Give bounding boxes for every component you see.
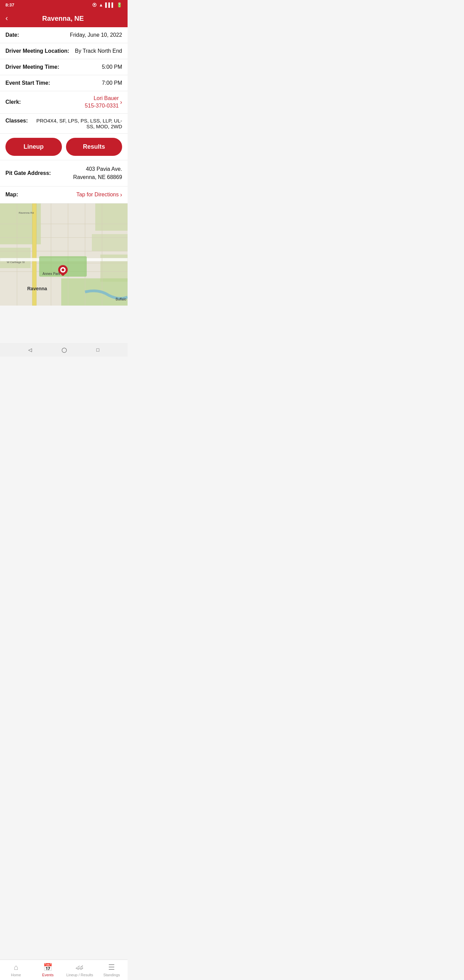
content-area: Date: Friday, June 10, 2022 Driver Meeti… bbox=[0, 27, 127, 305]
home-system-button[interactable]: ◯ bbox=[62, 347, 67, 353]
clerk-contact: Lori Bauer 515-370-0331 bbox=[85, 95, 119, 110]
directions-chevron-icon: › bbox=[120, 191, 122, 198]
status-icons: ⦿ ▲ ▌▌▌ 🔋 bbox=[92, 2, 122, 8]
map-row: Map: Tap for Directions › bbox=[0, 186, 127, 204]
driver-meeting-location-label: Driver Meeting Location: bbox=[5, 48, 69, 54]
pit-gate-value: 403 Pavia Ave. Ravenna, NE 68869 bbox=[73, 165, 122, 181]
clerk-row: Clerk: Lori Bauer 515-370-0331 › bbox=[0, 91, 127, 114]
tap-for-directions-link[interactable]: Tap for Directions › bbox=[76, 191, 122, 198]
classes-value: PRO4X4, SF, LPS, PS, LSS, LLP, UL-SS, MO… bbox=[30, 118, 122, 129]
svg-text:Annex Park: Annex Park bbox=[43, 272, 60, 275]
svg-text:Ravenna Rd: Ravenna Rd bbox=[19, 211, 34, 215]
clerk-phone: 515-370-0331 bbox=[85, 103, 119, 108]
date-value: Friday, June 10, 2022 bbox=[70, 32, 122, 38]
pit-gate-label: Pit Gate Address: bbox=[5, 170, 51, 176]
map-svg: Ravenna Rd W Carthage St Annex Park Rave… bbox=[0, 204, 127, 305]
svg-text:Buffalo: Buffalo bbox=[116, 298, 126, 301]
status-bar: 8:37 ⦿ ▲ ▌▌▌ 🔋 bbox=[0, 0, 127, 10]
battery-icon: 🔋 bbox=[117, 2, 122, 8]
wifi-icon: ▲ bbox=[99, 2, 103, 8]
driver-meeting-location-value: By Track North End bbox=[75, 48, 122, 54]
date-row: Date: Friday, June 10, 2022 bbox=[0, 27, 127, 43]
event-start-time-label: Event Start Time: bbox=[5, 80, 50, 86]
pit-gate-address-line1: 403 Pavia Ave. bbox=[86, 166, 122, 172]
pit-gate-address-line2: Ravenna, NE 68869 bbox=[73, 174, 122, 180]
lineup-button[interactable]: Lineup bbox=[5, 138, 62, 156]
clerk-name: Lori Bauer bbox=[94, 95, 119, 101]
driver-meeting-time-row: Driver Meeting Time: 5:00 PM bbox=[0, 59, 127, 75]
svg-rect-3 bbox=[95, 204, 127, 231]
svg-rect-4 bbox=[92, 234, 127, 251]
header: ‹ Ravenna, NE bbox=[0, 10, 127, 27]
back-button[interactable]: ‹ bbox=[5, 14, 8, 22]
bottom-spacer bbox=[0, 305, 127, 343]
location-icon: ⦿ bbox=[92, 2, 97, 8]
date-label: Date: bbox=[5, 32, 19, 38]
svg-point-22 bbox=[62, 269, 64, 271]
recents-system-button[interactable]: □ bbox=[96, 347, 99, 353]
event-start-time-value: 7:00 PM bbox=[102, 80, 122, 86]
svg-text:W Carthage St: W Carthage St bbox=[7, 261, 25, 264]
svg-text:Ravenna: Ravenna bbox=[27, 286, 47, 291]
clerk-label: Clerk: bbox=[5, 99, 21, 105]
driver-meeting-time-label: Driver Meeting Time: bbox=[5, 64, 59, 70]
page-title: Ravenna, NE bbox=[11, 14, 114, 22]
signal-icon: ▌▌▌ bbox=[105, 2, 114, 8]
map-label: Map: bbox=[5, 192, 18, 198]
clerk-chevron-icon: › bbox=[120, 99, 122, 106]
results-button[interactable]: Results bbox=[66, 138, 122, 156]
status-time: 8:37 bbox=[5, 2, 14, 8]
driver-meeting-time-value: 5:00 PM bbox=[102, 64, 122, 70]
tap-for-directions-text: Tap for Directions bbox=[76, 192, 119, 198]
pit-gate-row: Pit Gate Address: 403 Pavia Ave. Ravenna… bbox=[0, 160, 127, 186]
event-start-time-row: Event Start Time: 7:00 PM bbox=[0, 75, 127, 91]
classes-label: Classes: bbox=[5, 118, 28, 124]
classes-row: Classes: PRO4X4, SF, LPS, PS, LSS, LLP, … bbox=[0, 114, 127, 134]
driver-meeting-location-row: Driver Meeting Location: By Track North … bbox=[0, 43, 127, 59]
system-nav-bar: ◁ ◯ □ bbox=[0, 343, 127, 356]
map-container[interactable]: Ravenna Rd W Carthage St Annex Park Rave… bbox=[0, 204, 127, 305]
action-buttons-row: Lineup Results bbox=[0, 134, 127, 160]
clerk-link[interactable]: Lori Bauer 515-370-0331 › bbox=[85, 95, 122, 110]
back-system-button[interactable]: ◁ bbox=[28, 347, 32, 353]
